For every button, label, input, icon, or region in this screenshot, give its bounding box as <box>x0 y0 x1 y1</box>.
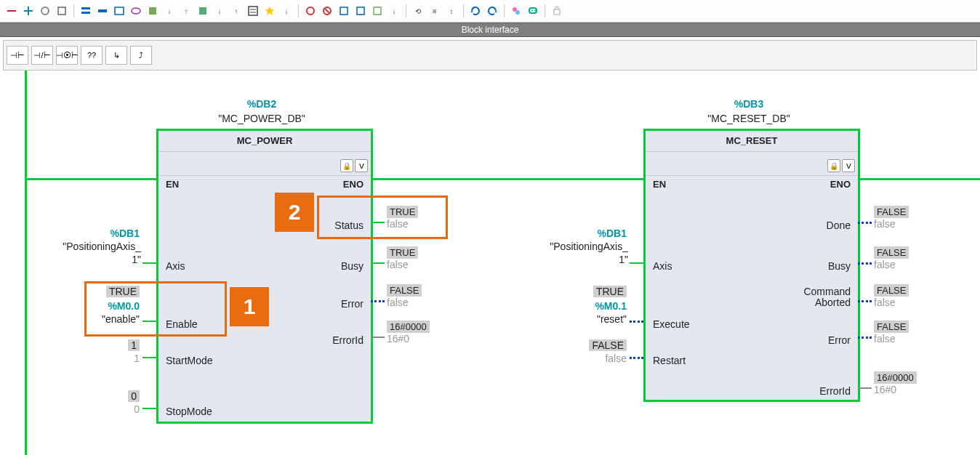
toolbar-btn[interactable] <box>38 4 52 18</box>
wire <box>142 408 156 409</box>
wire <box>858 262 872 264</box>
ladder-canvas: %DB2 "MC_POWER_DB" MC_POWER 🔒 ᐯ ENENO Ax… <box>0 71 980 455</box>
toolbar-btn[interactable] <box>509 4 523 18</box>
svg-rect-13 <box>340 7 348 15</box>
callout-box-1 <box>84 281 227 337</box>
lad-btn-contact-nc[interactable]: ⊣/⊢ <box>31 46 53 65</box>
toolbar-btn[interactable] <box>303 4 318 18</box>
toolbar-btn[interactable] <box>526 4 540 18</box>
toolbar-btn[interactable]: ↓ <box>387 4 401 18</box>
in-stopmode-under: 0 <box>109 403 140 415</box>
toolbar-btn[interactable] <box>320 4 334 18</box>
lad-btn-contact-no[interactable]: ⊣⊢ <box>7 46 28 65</box>
block-mc-reset[interactable]: MC_RESET 🔒 ᐯ ENENO Axis Execute Restart … <box>643 129 860 402</box>
toolbar-btn[interactable]: ↓ <box>212 4 227 18</box>
toolbar-btn[interactable] <box>262 4 277 18</box>
toolbar-btn[interactable] <box>145 4 160 18</box>
pin-execute: Execute <box>653 318 690 330</box>
in-stopmode-boxed: 0 <box>109 390 140 402</box>
toolbar-btn[interactable] <box>337 4 351 18</box>
out-errorid-grp: 16#000016#0 <box>387 321 430 345</box>
toolbar-btn[interactable] <box>353 4 368 18</box>
toolbar-btn[interactable] <box>246 4 260 18</box>
block-lock-icon[interactable]: 🔒 <box>827 159 840 172</box>
svg-rect-15 <box>374 7 381 15</box>
pin-error: Error <box>341 298 364 310</box>
in-axis-tag2: %DB1 <box>545 227 627 239</box>
toolbar-btn[interactable]: ↓ <box>162 4 177 18</box>
lad-element-bar: ⊣⊢ ⊣/⊢ ⊣⦿⊢ ?? ↳ ⤴ <box>3 40 977 71</box>
in-axis-tag: %DB1 <box>58 227 140 239</box>
toolbar-btn[interactable]: ↑ <box>179 4 193 18</box>
en-rung-right <box>856 178 980 180</box>
editor-toolbar: ↓ ↑ ↓ ↑ ↓ ↓ ⟲ ≡ ↕ <box>0 0 980 23</box>
wire <box>858 337 872 338</box>
toolbar-btn[interactable] <box>129 4 143 18</box>
pin-cmdaborted: CommandAborted <box>803 286 851 308</box>
toolbar-btn[interactable] <box>468 4 483 18</box>
pin-busy: Busy <box>828 260 851 272</box>
toolbar-btn[interactable]: ⟲ <box>411 4 425 18</box>
block-v-icon[interactable]: ᐯ <box>355 159 368 172</box>
toolbar-separator <box>545 4 545 17</box>
toolbar-btn[interactable]: ↑ <box>229 4 244 18</box>
toolbar-btn[interactable] <box>55 4 69 18</box>
pin-eno: ENO <box>830 179 851 190</box>
svg-rect-8 <box>199 7 206 15</box>
toolbar-separator <box>504 4 505 17</box>
toolbar-separator <box>406 4 406 17</box>
callout-box-2 <box>317 196 448 239</box>
in-axis-suffix: 1" <box>102 254 141 265</box>
toolbar-btn[interactable] <box>370 4 385 18</box>
pin-axis: Axis <box>653 260 672 272</box>
toolbar-btn[interactable] <box>196 4 210 18</box>
pin-errorid: ErrorId <box>819 385 851 397</box>
en-rung-left <box>25 178 156 180</box>
svg-rect-21 <box>554 9 560 15</box>
pin-restart: Restart <box>653 355 686 366</box>
toolbar-btn[interactable]: ↕ <box>444 4 459 18</box>
callout-number-1: 1 <box>230 287 269 326</box>
pin-error: Error <box>828 334 851 346</box>
toolbar-btn[interactable] <box>4 4 19 18</box>
in-startmode-under: 1 <box>109 353 140 364</box>
lad-btn-branch-open[interactable]: ↳ <box>105 46 127 65</box>
toolbar-btn[interactable]: ≡ <box>427 4 442 18</box>
toolbar-btn[interactable] <box>485 4 499 18</box>
svg-point-19 <box>531 10 533 12</box>
lad-btn-coil[interactable]: ⊣⦿⊢ <box>56 46 78 65</box>
pin-done: Done <box>827 220 851 231</box>
in-execute-state: TRUE <box>574 286 627 297</box>
pin-axis: Axis <box>166 260 185 272</box>
toolbar-separator <box>73 4 74 17</box>
lad-btn-branch-close[interactable]: ⤴ <box>130 46 152 65</box>
wire <box>371 300 385 302</box>
en-rung-mid <box>369 178 643 180</box>
wire <box>630 321 643 322</box>
svg-rect-14 <box>357 7 364 15</box>
in-restart-state: FALSE <box>574 339 627 351</box>
svg-rect-3 <box>81 12 90 14</box>
power-rail <box>25 71 27 455</box>
svg-rect-9 <box>249 7 257 15</box>
toolbar-btn[interactable] <box>79 4 93 18</box>
out-busy-grp: TRUEfalse <box>387 246 418 271</box>
block-interface-bar[interactable]: Block interface <box>0 23 980 37</box>
toolbar-btn[interactable] <box>550 4 564 18</box>
pin-busy: Busy <box>341 260 364 272</box>
toolbar-btn[interactable] <box>112 4 126 18</box>
lad-btn-empty-box[interactable]: ?? <box>81 46 103 65</box>
block-mc-power[interactable]: MC_POWER 🔒 ᐯ ENENO Axis Enable StartMode… <box>156 129 373 424</box>
svg-point-20 <box>534 10 536 12</box>
block-lock-icon[interactable]: 🔒 <box>340 159 353 172</box>
toolbar-btn[interactable]: ↓ <box>279 4 294 18</box>
wire <box>858 300 872 302</box>
in-axis-name: "PositioningAxis_ <box>15 241 141 252</box>
svg-rect-7 <box>149 7 156 15</box>
toolbar-btn[interactable] <box>95 4 110 18</box>
toolbar-btn[interactable] <box>21 4 36 18</box>
db-tag-block2: %DB3 <box>691 98 807 110</box>
in-execute-name: "reset" <box>567 313 627 325</box>
svg-point-17 <box>515 10 520 15</box>
block-v-icon[interactable]: ᐯ <box>842 159 855 172</box>
